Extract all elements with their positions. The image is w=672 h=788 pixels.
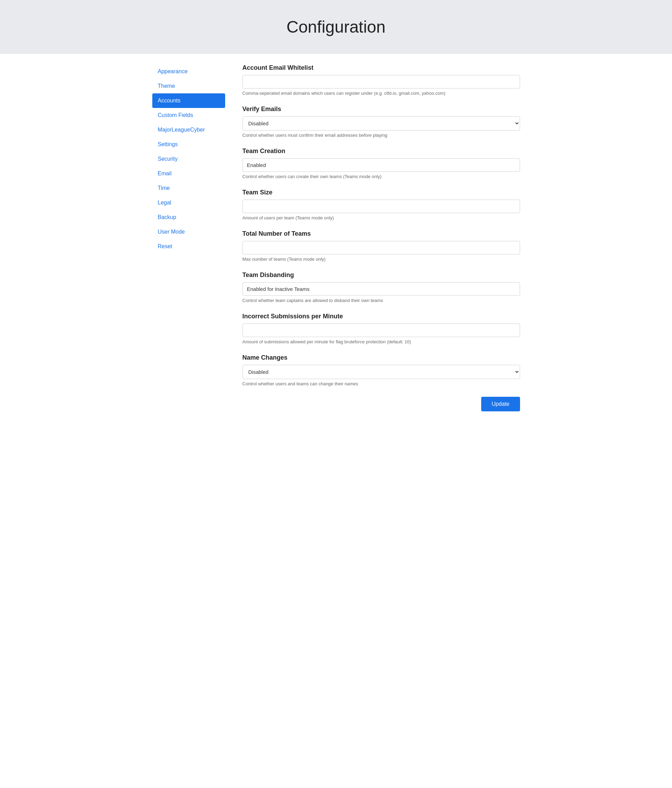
sidebar-item-email[interactable]: Email bbox=[152, 166, 225, 181]
total-teams-hint: Max number of teams (Teams mode only) bbox=[242, 257, 520, 262]
team-creation-hint: Control whether users can create their o… bbox=[242, 174, 520, 179]
team-creation-label: Team Creation bbox=[242, 148, 520, 155]
team-disbanding-hint: Control whether team captains are allowe… bbox=[242, 298, 520, 303]
incorrect-submissions-input[interactable] bbox=[242, 324, 520, 337]
total-teams-section: Total Number of Teams Max number of team… bbox=[242, 230, 520, 262]
team-size-label: Team Size bbox=[242, 189, 520, 196]
main-content: Account Email Whitelist Comma-seperated … bbox=[232, 64, 520, 411]
account-email-whitelist-input[interactable] bbox=[242, 75, 520, 89]
verify-emails-hint: Control whether users must confirm their… bbox=[242, 133, 520, 138]
team-size-section: Team Size Amount of users per team (Team… bbox=[242, 189, 520, 221]
sidebar-item-time[interactable]: Time bbox=[152, 181, 225, 195]
sidebar-item-security[interactable]: Security bbox=[152, 152, 225, 166]
team-size-hint: Amount of users per team (Teams mode onl… bbox=[242, 215, 520, 221]
name-changes-section: Name Changes Disabled Enabled Control wh… bbox=[242, 354, 520, 386]
sidebar-item-majorleaguecyber[interactable]: MajorLeagueCyber bbox=[152, 122, 225, 137]
sidebar-item-theme[interactable]: Theme bbox=[152, 79, 225, 94]
sidebar-item-custom-fields[interactable]: Custom Fields bbox=[152, 108, 225, 122]
update-button[interactable]: Update bbox=[481, 397, 520, 411]
sidebar: Appearance Theme Accounts Custom Fields … bbox=[152, 64, 232, 411]
team-size-input[interactable] bbox=[242, 200, 520, 213]
sidebar-item-reset[interactable]: Reset bbox=[152, 239, 225, 254]
sidebar-item-settings[interactable]: Settings bbox=[152, 137, 225, 152]
team-creation-section: Team Creation Enabled Control whether us… bbox=[242, 148, 520, 179]
team-disbanding-label: Team Disbanding bbox=[242, 272, 520, 279]
team-creation-value: Enabled bbox=[242, 158, 520, 172]
sidebar-item-accounts[interactable]: Accounts bbox=[152, 94, 225, 108]
sidebar-item-backup[interactable]: Backup bbox=[152, 210, 225, 225]
total-teams-input[interactable] bbox=[242, 241, 520, 254]
account-email-whitelist-hint: Comma-seperated email domains which user… bbox=[242, 91, 520, 96]
verify-emails-section: Verify Emails Disabled Enabled Control w… bbox=[242, 105, 520, 138]
incorrect-submissions-section: Incorrect Submissions per Minute Amount … bbox=[242, 313, 520, 344]
incorrect-submissions-hint: Amount of submissions allowed per minute… bbox=[242, 339, 520, 344]
account-email-whitelist-label: Account Email Whitelist bbox=[242, 64, 520, 71]
page-title: Configuration bbox=[7, 17, 665, 37]
content-area: Appearance Theme Accounts Custom Fields … bbox=[145, 54, 527, 422]
team-disbanding-section: Team Disbanding Enabled for Inactive Tea… bbox=[242, 272, 520, 303]
account-email-whitelist-section: Account Email Whitelist Comma-seperated … bbox=[242, 64, 520, 96]
name-changes-hint: Control whether users and teams can chan… bbox=[242, 381, 520, 386]
page-header: Configuration bbox=[0, 0, 672, 54]
name-changes-label: Name Changes bbox=[242, 354, 520, 361]
total-teams-label: Total Number of Teams bbox=[242, 230, 520, 237]
team-disbanding-value: Enabled for Inactive Teams bbox=[242, 282, 520, 296]
verify-emails-label: Verify Emails bbox=[242, 105, 520, 113]
sidebar-item-user-mode[interactable]: User Mode bbox=[152, 225, 225, 239]
name-changes-select[interactable]: Disabled Enabled bbox=[242, 365, 520, 379]
verify-emails-select[interactable]: Disabled Enabled bbox=[242, 116, 520, 130]
update-btn-row: Update bbox=[242, 397, 520, 411]
sidebar-item-appearance[interactable]: Appearance bbox=[152, 64, 225, 79]
incorrect-submissions-label: Incorrect Submissions per Minute bbox=[242, 313, 520, 320]
sidebar-item-legal[interactable]: Legal bbox=[152, 195, 225, 210]
